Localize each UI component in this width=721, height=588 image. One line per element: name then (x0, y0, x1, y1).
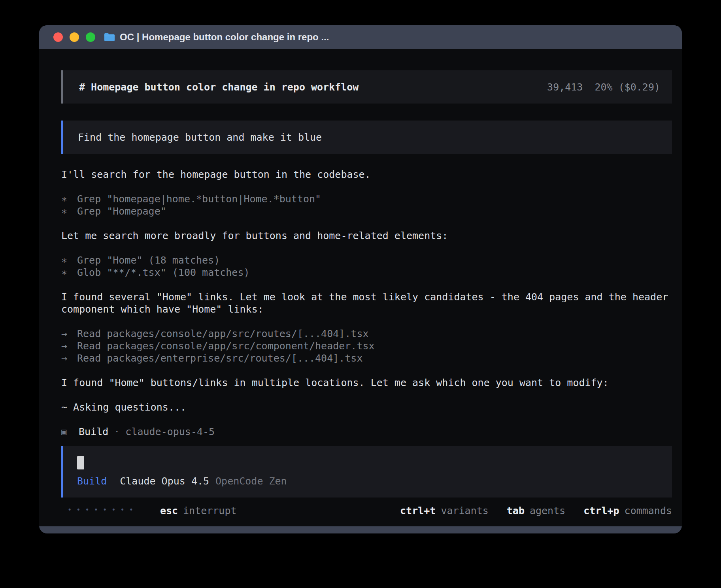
window-titlebar[interactable]: OC | Homepage button color change in rep… (39, 25, 682, 49)
shortcut-label: commands (625, 505, 672, 517)
shortcut-commands: ctrl+p commands (583, 505, 672, 517)
status-bar: •••••••• esc interrupt ctrl+t variants t… (61, 505, 672, 517)
traffic-lights (53, 32, 95, 42)
tool-call-text: Read packages/console/app/src/routes/[..… (77, 328, 369, 340)
desktop-background: OC | Homepage button color change in rep… (0, 0, 721, 588)
session-meta: 39,413 20% ($0.29) (547, 81, 660, 93)
tool-call-glob: ∗Glob "**/*.tsx" (100 matches) (61, 266, 672, 279)
user-message: Find the homepage button and make it blu… (61, 121, 672, 154)
tool-call-grep: ∗Grep "Homepage" (61, 205, 672, 217)
tool-call-group: ∗Grep "Home" (18 matches) ∗Glob "**/*.ts… (61, 254, 672, 279)
arrow-right-icon: → (61, 340, 77, 352)
agent-status-row: ▣ Build · claude-opus-4-5 (61, 426, 672, 438)
tool-call-read: →Read packages/enterprise/src/routes/[..… (61, 352, 672, 364)
asterisk-icon: ∗ (61, 266, 77, 279)
tool-call-grep: ∗Grep "Home" (18 matches) (61, 254, 672, 266)
tool-call-group: →Read packages/console/app/src/routes/[.… (61, 328, 672, 364)
assistant-text: Let me search more broadly for buttons a… (61, 230, 672, 242)
tool-call-text: Read packages/enterprise/src/routes/[...… (77, 352, 362, 364)
dot-separator: · (114, 426, 120, 438)
minimize-button[interactable] (70, 32, 79, 42)
shortcut-agents: tab agents (507, 505, 565, 517)
shortcut-variants: ctrl+t variants (400, 505, 489, 517)
input-model-label: Claude Opus 4.5 (120, 475, 209, 487)
arrow-right-icon: → (61, 328, 77, 340)
tool-call-text: Read packages/console/app/src/component/… (77, 340, 375, 352)
arrow-right-icon: → (61, 352, 77, 364)
prompt-input[interactable]: Build Claude Opus 4.5 OpenCode Zen (61, 446, 672, 498)
token-count: 39,413 (547, 81, 583, 93)
working-status: ~ Asking questions... (61, 401, 672, 413)
shortcut-label: variants (441, 505, 488, 517)
shortcut-key: tab (507, 505, 525, 517)
assistant-text: I found several "Home" links. Let me loo… (61, 291, 672, 315)
working-spinner-dots: •••••••• (68, 504, 138, 516)
context-usage: 20% ($0.29) (595, 81, 660, 93)
tool-call-text: Grep "Home" (18 matches) (77, 254, 220, 266)
status-bar-right: ctrl+t variants tab agents ctrl+p comman… (400, 505, 672, 517)
terminal-content: # Homepage button color change in repo w… (39, 49, 682, 526)
shortcut-label: agents (530, 505, 565, 517)
shortcut-key: ctrl+p (583, 505, 619, 517)
window-title: OC | Homepage button color change in rep… (120, 32, 329, 43)
status-bar-left: •••••••• esc interrupt (68, 505, 237, 517)
folder-icon (104, 32, 115, 42)
esc-key-label: interrupt (183, 505, 236, 517)
asterisk-icon: ∗ (61, 254, 77, 266)
text-cursor (77, 456, 84, 469)
tool-call-read: →Read packages/console/app/src/component… (61, 340, 672, 352)
user-message-text: Find the homepage button and make it blu… (78, 131, 322, 143)
asterisk-icon: ∗ (61, 193, 77, 205)
session-title: # Homepage button color change in repo w… (79, 81, 359, 93)
assistant-text: I found "Home" buttons/links in multiple… (61, 377, 672, 389)
tool-call-grep: ∗Grep "homepage|home.*button|Home.*butto… (61, 193, 672, 205)
tool-call-group: ∗Grep "homepage|home.*button|Home.*butto… (61, 193, 672, 217)
tool-call-text: Glob "**/*.tsx" (100 matches) (77, 266, 250, 279)
agent-name: Build (79, 426, 108, 438)
tool-call-read: →Read packages/console/app/src/routes/[.… (61, 328, 672, 340)
zoom-button[interactable] (86, 32, 95, 42)
shortcut-key: ctrl+t (400, 505, 436, 517)
agent-square-icon: ▣ (61, 426, 79, 438)
asterisk-icon: ∗ (61, 205, 77, 217)
tool-call-text: Grep "homepage|home.*button|Home.*button… (77, 193, 321, 205)
esc-key-hint: esc (160, 505, 178, 517)
agent-model: claude-opus-4-5 (125, 426, 215, 438)
input-provider-label: OpenCode Zen (215, 475, 287, 487)
assistant-text: I'll search for the homepage button in t… (61, 168, 672, 181)
session-header: # Homepage button color change in repo w… (61, 70, 672, 104)
input-mode-label: Build (77, 475, 107, 487)
terminal-window: OC | Homepage button color change in rep… (39, 25, 682, 533)
tool-call-text: Grep "Homepage" (77, 205, 166, 217)
close-button[interactable] (53, 32, 63, 42)
input-meta: Build Claude Opus 4.5 OpenCode Zen (77, 475, 660, 487)
